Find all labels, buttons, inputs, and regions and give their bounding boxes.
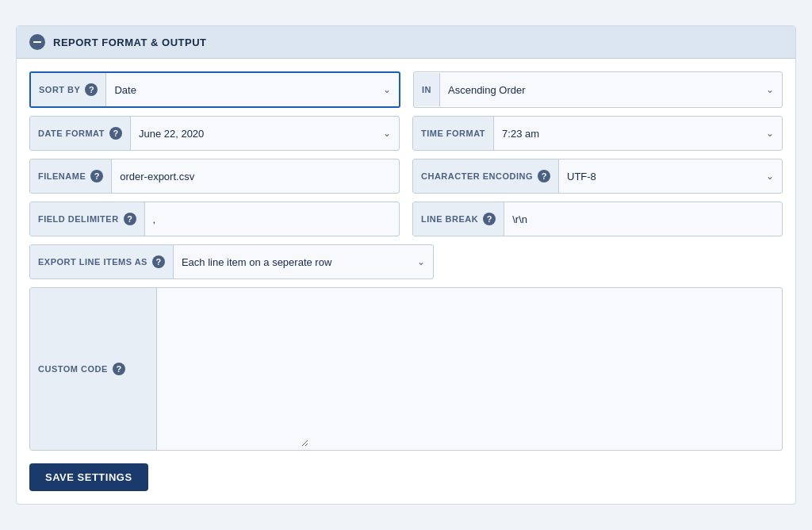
export-line-items-select-wrapper: Each line item on a seperate row All lin… [174, 245, 433, 278]
card-header: REPORT FORMAT & OUTPUT [17, 26, 795, 59]
character-encoding-label-section: CHARACTER ENCODING ? [413, 159, 559, 193]
custom-code-help-icon[interactable]: ? [113, 363, 125, 375]
sort-by-select[interactable]: Date Order ID Customer Total [106, 73, 399, 106]
custom-code-group: CUSTOM CODE ? [29, 287, 783, 451]
time-format-select-wrapper: 7:23 am 07:23 AM 19:23 ⌄ [494, 117, 782, 150]
sort-by-help-icon[interactable]: ? [85, 83, 98, 96]
date-format-label-section: DATE FORMAT ? [30, 117, 131, 150]
sort-by-group: SORT BY ? Date Order ID Customer Total ⌄ [29, 71, 400, 108]
card-body: SORT BY ? Date Order ID Customer Total ⌄… [17, 59, 795, 504]
export-line-items-help-icon[interactable]: ? [152, 255, 165, 268]
date-format-help-icon[interactable]: ? [109, 127, 122, 140]
date-format-select[interactable]: June 22, 2020 22/06/2020 06/22/2020 2020… [131, 117, 399, 150]
time-format-label-section: TIME FORMAT [413, 117, 494, 150]
filename-label-section: FILENAME ? [30, 159, 112, 193]
custom-code-label: CUSTOM CODE [38, 364, 108, 374]
character-encoding-help-icon[interactable]: ? [538, 170, 550, 182]
line-break-help-icon[interactable]: ? [483, 213, 496, 225]
in-label: IN [422, 85, 431, 94]
in-select[interactable]: Ascending Order Descending Order [440, 73, 782, 106]
collapse-icon[interactable] [29, 34, 45, 50]
custom-code-label-section: CUSTOM CODE ? [30, 288, 157, 450]
filename-group: FILENAME ? [29, 159, 400, 194]
line-break-label-section: LINE BREAK ? [413, 202, 504, 236]
sort-by-label: SORT BY [39, 85, 80, 94]
field-delimiter-label: FIELD DELIMITER [38, 214, 119, 224]
time-format-group: TIME FORMAT 7:23 am 07:23 AM 19:23 ⌄ [412, 116, 783, 151]
export-line-items-label: EXPORT LINE ITEMS AS [38, 257, 147, 267]
time-format-select[interactable]: 7:23 am 07:23 AM 19:23 [494, 117, 782, 150]
character-encoding-select[interactable]: UTF-8 UTF-16 ISO-8859-1 [559, 159, 782, 193]
row-export-line-items: EXPORT LINE ITEMS AS ? Each line item on… [29, 244, 783, 279]
character-encoding-label: CHARACTER ENCODING [421, 171, 533, 181]
date-format-group: DATE FORMAT ? June 22, 2020 22/06/2020 0… [29, 116, 400, 151]
export-line-items-group: EXPORT LINE ITEMS AS ? Each line item on… [29, 244, 434, 279]
filename-label: FILENAME [38, 171, 86, 181]
field-delimiter-input[interactable] [145, 202, 399, 236]
save-settings-button[interactable]: SAVE SETTINGS [29, 463, 148, 491]
time-format-label: TIME FORMAT [421, 129, 485, 138]
line-break-input[interactable] [504, 202, 782, 236]
filename-help-icon[interactable]: ? [90, 170, 103, 182]
in-group: IN Ascending Order Descending Order ⌄ [413, 71, 783, 108]
field-delimiter-help-icon[interactable]: ? [124, 213, 136, 225]
date-format-select-wrapper: June 22, 2020 22/06/2020 06/22/2020 2020… [131, 117, 399, 150]
row-sort: SORT BY ? Date Order ID Customer Total ⌄… [29, 71, 783, 108]
field-delimiter-label-section: FIELD DELIMITER ? [30, 202, 145, 236]
export-line-items-select[interactable]: Each line item on a seperate row All lin… [174, 245, 433, 278]
row-filename-encoding: FILENAME ? CHARACTER ENCODING ? UTF-8 UT… [29, 159, 783, 194]
filename-input[interactable] [112, 159, 399, 193]
sort-by-label-section: SORT BY ? [31, 73, 106, 106]
custom-code-textarea[interactable] [157, 288, 308, 447]
row-date-time: DATE FORMAT ? June 22, 2020 22/06/2020 0… [29, 116, 783, 151]
in-label-section: IN [414, 73, 440, 106]
report-format-card: REPORT FORMAT & OUTPUT SORT BY ? Date Or… [16, 25, 796, 505]
in-select-wrapper: Ascending Order Descending Order ⌄ [440, 73, 782, 106]
line-break-group: LINE BREAK ? [412, 202, 783, 236]
card-title: REPORT FORMAT & OUTPUT [53, 36, 206, 48]
line-break-label: LINE BREAK [421, 214, 478, 224]
character-encoding-select-wrapper: UTF-8 UTF-16 ISO-8859-1 ⌄ [559, 159, 782, 193]
field-delimiter-group: FIELD DELIMITER ? [29, 202, 400, 236]
character-encoding-group: CHARACTER ENCODING ? UTF-8 UTF-16 ISO-88… [412, 159, 783, 194]
custom-code-textarea-container [157, 288, 782, 450]
row-delimiter-linebreak: FIELD DELIMITER ? LINE BREAK ? [29, 202, 783, 236]
date-format-label: DATE FORMAT [38, 129, 105, 138]
export-line-items-label-section: EXPORT LINE ITEMS AS ? [30, 245, 174, 278]
sort-by-select-wrapper: Date Order ID Customer Total ⌄ [106, 73, 399, 106]
